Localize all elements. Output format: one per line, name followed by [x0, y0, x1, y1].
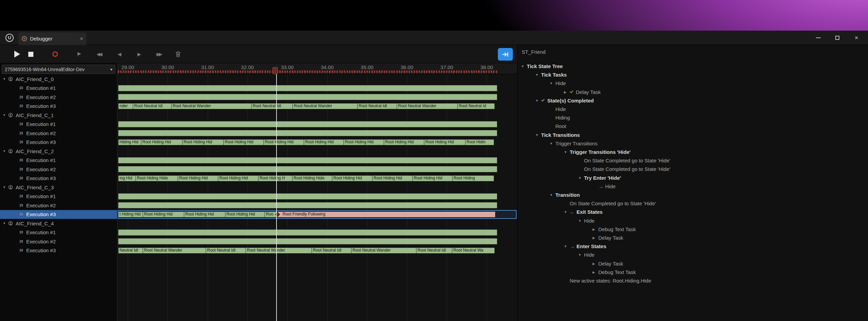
st-tree-node[interactable]: ▼Hide — [578, 251, 595, 259]
state-segment[interactable]: Root Neutral Wander — [143, 247, 206, 254]
state-segment[interactable]: Root Hiding — [452, 175, 494, 181]
tree-exec-row[interactable]: Execution #1 — [0, 120, 117, 129]
timeline-track-row[interactable] — [118, 129, 517, 138]
expanded-triangle-icon[interactable]: ▼ — [535, 73, 541, 77]
expanded-triangle-icon[interactable]: ▼ — [578, 253, 584, 257]
st-tree-node[interactable]: ▼Try Enter 'Hide' — [578, 174, 621, 182]
scrub-marker[interactable] — [272, 67, 278, 74]
timeline-track-row[interactable] — [118, 111, 517, 120]
tree-group-row[interactable]: ▼AIC_Friend_C_1 — [0, 111, 117, 120]
state-segment[interactable]: Root Neutral Idl — [312, 247, 351, 254]
tab-debugger[interactable]: Debugger × — [18, 32, 86, 45]
timeline-track-bar[interactable]: Neutral IdlRoot Neutral WanderRoot Neutr… — [118, 247, 497, 254]
collapsed-triangle-icon[interactable]: ▶ — [593, 227, 598, 231]
tree-group-row[interactable]: ▼AIC_Friend_C_3 — [0, 183, 117, 192]
timeline-track-bar[interactable] — [118, 121, 497, 127]
close-button[interactable]: × — [847, 31, 866, 45]
timeline-track-bar[interactable] — [118, 166, 497, 172]
state-segment[interactable]: Root Hiding Hid — [143, 211, 184, 218]
st-tree-node[interactable]: Hiding — [550, 113, 570, 122]
timeline-track-row[interactable] — [118, 219, 517, 228]
timeline-track-row[interactable] — [118, 237, 517, 246]
tree-exec-row[interactable]: Execution #1 — [0, 156, 117, 165]
timeline-track-row[interactable]: Neutral IdlRoot Neutral WanderRoot Neutr… — [118, 246, 517, 255]
st-tree-node[interactable]: ▼→Enter States — [564, 242, 606, 251]
state-segment[interactable]: Root Hiding Hide — [292, 175, 332, 181]
st-tree-node[interactable]: ▼Transition — [550, 191, 580, 199]
timeline-track-bar[interactable]: t Hiding HidRoot Hiding HidRoot Hiding H… — [118, 211, 497, 218]
timeline-track-bar[interactable]: Hiding HidRoot Hiding HidRoot Hiding Hid… — [118, 139, 497, 145]
timeline-track-bar[interactable] — [118, 130, 497, 136]
collapse-triangle-icon[interactable]: ▼ — [3, 77, 8, 81]
state-segment[interactable]: Root Neutral Wander — [397, 103, 458, 109]
state-segment[interactable]: Root Hiding Hid — [424, 139, 465, 145]
tree-exec-row[interactable]: Execution #3 — [0, 138, 117, 147]
state-segment[interactable]: Root Neutral Idl — [206, 247, 246, 254]
state-segment[interactable]: Root Hiding Hid — [384, 139, 424, 145]
st-tree-node[interactable]: On State Completed go to State 'Hide' — [578, 165, 670, 173]
st-tree-node[interactable]: New active states: Root.Hiding.Hide — [564, 276, 651, 285]
timeline-track-bar[interactable] — [118, 202, 497, 208]
expanded-triangle-icon[interactable]: ▼ — [550, 81, 555, 85]
timeline-track-row[interactable] — [118, 120, 517, 129]
st-tree-node[interactable]: ▼Hide — [550, 79, 566, 87]
timeline-track-row[interactable]: ing HidRoot Hiding HideRoot Hiding HidRo… — [118, 174, 517, 183]
step-forward-button[interactable]: ▶ — [133, 47, 146, 61]
tree-exec-row[interactable]: Execution #3 — [0, 210, 117, 219]
step-back-double-button[interactable]: ◀◀ — [93, 47, 106, 61]
state-segment-friendly-following[interactable]: Root Friendly Following — [277, 211, 495, 218]
tree-exec-row[interactable]: Execution #3 — [0, 102, 117, 111]
minimize-button[interactable] — [809, 31, 828, 45]
state-segment[interactable]: ing Hid — [118, 175, 136, 181]
timeline-track-row[interactable]: nderRoot Neutral IdlRoot Neutral WanderR… — [118, 102, 517, 111]
timeline-track-row[interactable] — [118, 192, 517, 201]
state-segment[interactable]: Neutral Idl — [118, 247, 143, 254]
stop-button[interactable] — [24, 47, 37, 61]
timeline-track-row[interactable] — [118, 147, 517, 156]
expanded-triangle-icon[interactable]: ▼ — [578, 219, 584, 223]
tab-close-icon[interactable]: × — [80, 36, 83, 42]
state-segment[interactable]: Root Hiding Hid — [184, 211, 225, 218]
record-button[interactable] — [49, 47, 62, 61]
timeline-track-row[interactable] — [118, 183, 517, 192]
timeline-track-row[interactable] — [118, 228, 517, 237]
tree-group-row[interactable]: ▼AIC_Friend_C_4 — [0, 219, 117, 228]
st-tree-node[interactable]: ▶Delay Task — [593, 234, 623, 242]
timeline-track-row[interactable] — [118, 156, 517, 165]
timeline-track-bar[interactable] — [118, 85, 497, 91]
state-segment[interactable]: Root Hiding Hid — [372, 175, 413, 181]
st-tree-node[interactable]: ▶Debug Text Task — [593, 268, 636, 276]
timeline-track-row[interactable] — [118, 165, 517, 174]
tree-exec-row[interactable]: Execution #3 — [0, 174, 117, 183]
st-tree-node[interactable]: ▼Tick Transitions — [535, 131, 580, 139]
timeline-track-bar[interactable] — [118, 157, 497, 163]
expanded-triangle-icon[interactable]: ▼ — [564, 244, 570, 248]
timeline-track-row[interactable] — [118, 75, 517, 84]
collapse-triangle-icon[interactable]: ▼ — [3, 113, 8, 117]
tree-group-row[interactable]: ▼AIC_Friend_C_2 — [0, 147, 117, 156]
tree-exec-row[interactable]: Execution #1 — [0, 84, 117, 93]
state-segment[interactable]: Root Hiding Hid — [344, 139, 384, 145]
collapsed-triangle-icon[interactable]: ▶ — [593, 262, 598, 266]
tree-exec-row[interactable]: Execution #2 — [0, 165, 117, 174]
timeline-track-bar[interactable]: ing HidRoot Hiding HideRoot Hiding HidRo… — [118, 175, 497, 181]
tree-exec-row[interactable]: Execution #1 — [0, 192, 117, 201]
expanded-triangle-icon[interactable]: ▼ — [550, 193, 555, 197]
state-segment[interactable]: Root Neutral Idl — [251, 103, 293, 109]
state-segment[interactable]: Root Neutral Idl — [416, 247, 452, 254]
st-tree-node[interactable]: ▶Debug Text Task — [593, 225, 636, 234]
playhead[interactable] — [276, 74, 277, 321]
state-segment[interactable]: Root Hiding Hid — [304, 139, 344, 145]
state-segment[interactable]: Root Hiding Hide — [136, 175, 178, 181]
st-tree-node[interactable]: ▶Delay Task — [564, 88, 601, 96]
state-segment[interactable]: Root Hiding Hid — [178, 175, 218, 181]
state-segment[interactable]: Root Neutral Idl — [357, 103, 397, 109]
st-tree-node[interactable]: ▼Trigger Transitions 'Hide' — [564, 148, 631, 156]
state-segment[interactable]: Root Neutral Wander — [293, 103, 358, 109]
state-segment[interactable]: Root Neutral Wander — [246, 247, 312, 254]
timeline-track-row[interactable] — [118, 201, 517, 210]
state-segment[interactable]: Root Hiding Hid — [182, 139, 224, 145]
collapse-triangle-icon[interactable]: ▼ — [3, 186, 8, 189]
collapse-triangle-icon[interactable]: ▼ — [3, 149, 8, 153]
state-segment[interactable]: Root Hiding H — [258, 175, 293, 181]
